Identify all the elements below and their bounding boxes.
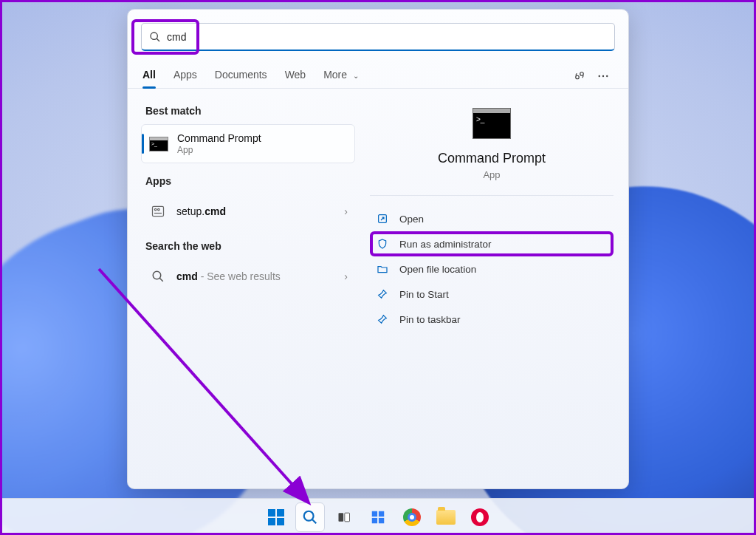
opera-icon bbox=[471, 508, 489, 526]
search-icon bbox=[302, 509, 318, 525]
section-best-match: Best match bbox=[141, 102, 355, 124]
search-bar[interactable] bbox=[141, 23, 615, 51]
svg-point-0 bbox=[151, 33, 157, 39]
action-pin-to-taskbar[interactable]: Pin to taskbar bbox=[370, 307, 614, 332]
svg-point-15 bbox=[304, 511, 314, 520]
action-open-file-location[interactable]: Open file location bbox=[370, 256, 614, 282]
svg-point-9 bbox=[158, 208, 160, 211]
search-input[interactable] bbox=[167, 31, 607, 43]
detail-title: Command Prompt bbox=[438, 151, 546, 166]
result-command-prompt[interactable]: Command Prompt App bbox=[141, 124, 355, 163]
cmd-prompt-icon bbox=[149, 134, 168, 154]
shield-icon bbox=[376, 237, 389, 251]
folder-icon bbox=[436, 510, 456, 525]
result-subtitle: App bbox=[177, 145, 347, 155]
cmd-prompt-icon bbox=[472, 108, 511, 139]
windows-logo-icon bbox=[268, 509, 284, 525]
start-button[interactable] bbox=[261, 502, 291, 532]
result-title: cmd - See web results bbox=[176, 270, 344, 282]
filter-tabs: All Apps Documents Web More ⌄ bbox=[128, 57, 628, 89]
svg-rect-17 bbox=[339, 513, 344, 522]
chrome-icon bbox=[403, 508, 421, 526]
tab-all[interactable]: All bbox=[142, 64, 156, 88]
search-icon bbox=[149, 31, 161, 43]
widgets-icon bbox=[370, 509, 386, 525]
result-title: setup.cmd bbox=[176, 205, 344, 217]
results-column: Best match Command Prompt App Apps bbox=[128, 89, 355, 488]
taskbar-opera[interactable] bbox=[465, 502, 495, 532]
svg-point-8 bbox=[154, 208, 157, 211]
chevron-down-icon: ⌄ bbox=[353, 72, 359, 80]
taskbar-widgets-button[interactable] bbox=[363, 502, 393, 532]
tab-more-label: More bbox=[323, 69, 347, 81]
pin-icon bbox=[376, 287, 389, 301]
task-view-icon bbox=[337, 510, 351, 525]
pin-icon bbox=[376, 313, 389, 326]
svg-line-1 bbox=[157, 38, 159, 41]
svg-point-5 bbox=[602, 75, 604, 77]
svg-point-10 bbox=[153, 271, 161, 279]
svg-rect-19 bbox=[372, 511, 377, 516]
open-icon bbox=[376, 212, 389, 225]
tab-apps[interactable]: Apps bbox=[173, 64, 197, 88]
action-label: Run as administrator bbox=[399, 239, 492, 250]
search-icon bbox=[148, 267, 168, 286]
svg-point-2 bbox=[576, 75, 580, 79]
tab-documents[interactable]: Documents bbox=[215, 64, 267, 88]
script-file-icon bbox=[148, 202, 168, 221]
action-label: Pin to Start bbox=[399, 289, 449, 300]
action-label: Open bbox=[399, 214, 424, 225]
tab-web[interactable]: Web bbox=[285, 64, 306, 88]
svg-rect-22 bbox=[379, 517, 384, 522]
action-label: Open file location bbox=[399, 264, 476, 275]
section-apps: Apps bbox=[141, 172, 355, 194]
result-web-cmd[interactable]: cmd - See web results › bbox=[141, 259, 355, 293]
svg-rect-21 bbox=[372, 517, 377, 522]
svg-point-4 bbox=[599, 75, 600, 77]
taskbar-chrome[interactable] bbox=[397, 502, 427, 532]
action-label: Pin to taskbar bbox=[399, 314, 461, 325]
chevron-right-icon: › bbox=[344, 270, 348, 282]
chevron-right-icon: › bbox=[344, 205, 348, 217]
tab-more[interactable]: More ⌄ bbox=[323, 64, 359, 88]
action-open[interactable]: Open bbox=[370, 206, 614, 231]
svg-line-16 bbox=[312, 519, 316, 523]
folder-icon bbox=[376, 262, 389, 276]
svg-rect-7 bbox=[153, 206, 164, 216]
result-setup-cmd[interactable]: setup.cmd › bbox=[141, 194, 355, 228]
action-pin-to-start[interactable]: Pin to Start bbox=[370, 282, 614, 307]
action-run-as-administrator[interactable]: Run as administrator bbox=[370, 231, 614, 256]
taskbar-search-button[interactable] bbox=[295, 502, 325, 532]
start-search-panel: All Apps Documents Web More ⌄ Best match bbox=[127, 9, 629, 489]
taskbar bbox=[0, 498, 756, 535]
account-sync-icon[interactable] bbox=[569, 66, 590, 86]
svg-line-11 bbox=[159, 278, 163, 282]
svg-point-6 bbox=[606, 75, 608, 77]
detail-column: Command Prompt App Open Run as administr bbox=[355, 89, 628, 488]
svg-rect-18 bbox=[345, 513, 350, 522]
taskbar-file-explorer[interactable] bbox=[431, 502, 461, 532]
more-options-icon[interactable] bbox=[593, 66, 614, 86]
detail-subtitle: App bbox=[483, 169, 500, 180]
section-search-web: Search the web bbox=[141, 237, 355, 259]
svg-rect-20 bbox=[379, 511, 384, 516]
svg-point-3 bbox=[580, 72, 584, 76]
result-title: Command Prompt bbox=[177, 132, 347, 144]
task-view-button[interactable] bbox=[329, 502, 359, 532]
